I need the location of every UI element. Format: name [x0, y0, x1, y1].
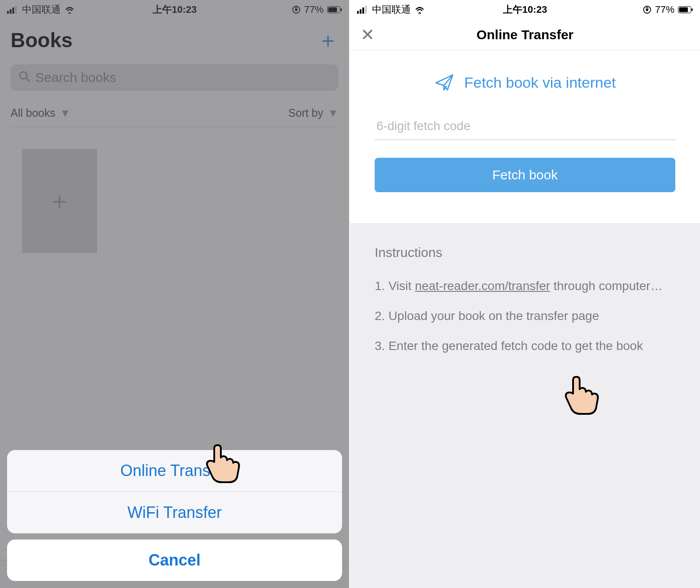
svg-rect-13: [362, 7, 364, 14]
battery-pct: 77%: [655, 4, 674, 15]
svg-rect-12: [360, 9, 361, 14]
signal-icon: [357, 6, 369, 14]
fetch-book-button[interactable]: Fetch book: [375, 158, 675, 192]
pointer-cursor-icon: [562, 372, 601, 417]
hero-label: Fetch book via internet: [464, 74, 616, 91]
instruction-step-1: 1. Visit neat-reader.com/transfer throug…: [375, 278, 675, 294]
modal-title: Online Transfer: [477, 27, 573, 42]
sheet-cancel[interactable]: Cancel: [7, 540, 342, 581]
instructions-heading: Instructions: [375, 245, 675, 260]
action-sheet: Online Transfer WiFi Transfer Cancel: [7, 450, 342, 581]
modal-header: ✕ Online Transfer: [350, 19, 700, 50]
instructions-panel: Instructions 1. Visit neat-reader.com/tr…: [350, 223, 700, 588]
screen-online-transfer: 中国联通 上午10:23 77% ✕ Online Transfer Fetch…: [350, 0, 700, 588]
screen-books: 中国联通 上午10:23 77% Books ＋ Search books: [0, 0, 350, 588]
paper-plane-icon: [434, 72, 454, 93]
transfer-link[interactable]: neat-reader.com/transfer: [415, 279, 550, 293]
instruction-step-3: 3. Enter the generated fetch code to get…: [375, 338, 675, 354]
svg-rect-14: [365, 6, 367, 14]
instruction-step-2: 2. Upload your book on the transfer page: [375, 308, 675, 324]
carrier-label: 中国联通: [372, 3, 411, 16]
sheet-online-transfer[interactable]: Online Transfer: [7, 450, 342, 491]
battery-icon: [678, 6, 693, 13]
pointer-cursor-icon: [203, 441, 242, 485]
svg-rect-18: [679, 7, 688, 12]
svg-rect-19: [692, 8, 693, 11]
close-icon[interactable]: ✕: [361, 25, 375, 45]
fetch-code-input[interactable]: [375, 115, 675, 140]
clock: 上午10:23: [503, 3, 547, 16]
step1-prefix: 1. Visit: [375, 279, 415, 293]
rotation-lock-icon: [643, 5, 652, 14]
step1-suffix: through computer…: [550, 279, 663, 293]
svg-rect-16: [646, 9, 648, 11]
wifi-icon: [414, 6, 425, 14]
sheet-wifi-transfer[interactable]: WiFi Transfer: [7, 491, 342, 533]
svg-rect-11: [357, 11, 359, 14]
status-bar: 中国联通 上午10:23 77%: [350, 0, 700, 19]
hero-row: Fetch book via internet: [350, 50, 700, 115]
